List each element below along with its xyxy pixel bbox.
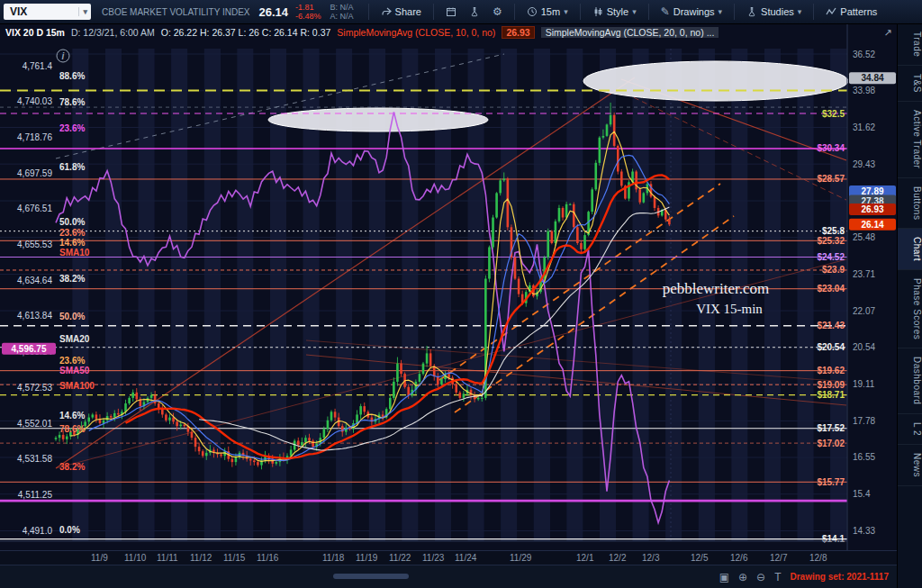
drawings-button[interactable]: ✎ Drawings ▾ — [655, 1, 728, 23]
company-name: CBOE MARKET VOLATILITY INDEX — [102, 7, 250, 17]
axis-tick-label: 31.62 — [853, 122, 875, 132]
level-price-label: $21.43 — [817, 321, 845, 330]
time-scrollbar-thumb[interactable] — [333, 574, 409, 579]
style-button[interactable]: Style ▾ — [586, 1, 643, 23]
sma20-study-label[interactable]: SimpleMovingAvg (CLOSE, 20, 0, no) ... — [541, 27, 719, 38]
level-price-label: $15.77 — [817, 477, 845, 487]
fib-label: 23.6% — [59, 228, 85, 238]
svg-text:27.89: 27.89 — [861, 186, 883, 196]
share-label: Share — [395, 6, 421, 17]
tab-news[interactable]: News — [898, 445, 922, 486]
top-toolbar: VIX ▾ CBOE MARKET VOLATILITY INDEX 26.14… — [0, 0, 922, 24]
tab-dashboard[interactable]: Dashboard — [898, 348, 922, 413]
text-tool-icon[interactable]: T — [774, 571, 781, 583]
axis-tick-label: 22.07 — [853, 306, 875, 316]
sma10-study-value: 26.93 — [502, 26, 534, 39]
patterns-label: Patterns — [840, 6, 877, 17]
pencil-icon: ✎ — [661, 5, 670, 18]
fib-label: 0.0% — [59, 525, 80, 535]
zoom-out-icon[interactable]: ⊖ — [756, 571, 765, 583]
candle-style-icon — [592, 6, 603, 17]
date-axis-label: 11/16 — [257, 553, 278, 563]
date-axis-label: 12/2 — [609, 553, 626, 563]
maximize-chart-icon[interactable]: ↗ — [883, 27, 891, 38]
drawings-label: Drawings — [673, 6, 715, 17]
tab-time-and-sales[interactable]: T&S — [898, 66, 922, 102]
spx-axis-label: 4,634.64 — [17, 276, 52, 285]
date-axis-label: 11/15 — [223, 553, 245, 563]
level-price-label: $24.52 — [817, 252, 845, 262]
symbol-input[interactable]: VIX ▾ — [4, 4, 91, 20]
analysis-button[interactable] — [463, 1, 486, 23]
fib-label: 23.6% — [59, 356, 85, 366]
tab-level2[interactable]: L 2 — [898, 414, 922, 445]
toolbar-separator — [580, 4, 581, 20]
level-price-label: $28.57 — [817, 174, 845, 184]
svg-text:34.84: 34.84 — [861, 73, 883, 83]
fib-label: SMA100 — [59, 381, 95, 391]
level-price-label: $17.52 — [817, 423, 845, 433]
tab-phase-scores[interactable]: Phase Scores — [898, 270, 922, 348]
date-axis-label: 12/6 — [730, 553, 747, 563]
share-icon — [381, 6, 392, 17]
toolbar-separator — [514, 4, 515, 20]
spx-axis-label: 4,655.53 — [17, 240, 52, 249]
axis-tick-label: 33.98 — [853, 86, 875, 95]
spx-axis-label: 4,676.51 — [17, 204, 52, 213]
level-price-label: $23.9 — [822, 265, 845, 275]
level-price-label: $23.04 — [817, 284, 845, 294]
studies-label: Studies — [761, 6, 794, 17]
spx-axis-label: 4,491.0 — [23, 526, 53, 536]
price-chart-svg[interactable]: $32.5$30.34$28.57$25.8$25.32$24.52$23.9$… — [0, 23, 898, 550]
symbol-value: VIX — [10, 5, 27, 18]
axis-tick-label: 17.78 — [853, 416, 875, 426]
drawings-caret-icon: ▾ — [719, 7, 723, 16]
fib-label: 38.2% — [59, 274, 85, 284]
date-axis-label: 11/10 — [124, 553, 146, 563]
reports-button[interactable] — [439, 1, 463, 23]
svg-text:26.93: 26.93 — [861, 204, 883, 214]
spx-axis-label: 4,761.4 — [23, 61, 53, 71]
spx-axis-label: 4,613.84 — [17, 311, 52, 321]
date-axis-label: 11/9 — [91, 553, 108, 563]
level-price-label: $19.62 — [817, 366, 845, 375]
style-label: Style — [607, 6, 628, 17]
svg-text:26.14: 26.14 — [861, 220, 883, 230]
fib-label: 50.0% — [59, 312, 85, 321]
sma10-study-label[interactable]: SimpleMovingAvg (CLOSE, 10, 0, no) — [337, 27, 495, 38]
axis-tick-label: 20.54 — [853, 342, 875, 352]
settings-button[interactable]: ⚙ — [486, 1, 509, 23]
tab-chart[interactable]: Chart — [898, 229, 922, 270]
fib-label: 50.0% — [59, 217, 85, 227]
patterns-button[interactable]: Patterns — [819, 1, 883, 23]
zoom-in-icon[interactable]: ⊕ — [738, 571, 747, 583]
fib-label: 38.2% — [59, 462, 85, 472]
date-axis-label: 11/24 — [455, 553, 476, 563]
symbol-dropdown-caret-icon[interactable]: ▾ — [78, 7, 87, 16]
studies-button[interactable]: Studies ▾ — [740, 1, 808, 23]
beaker-icon — [746, 6, 757, 17]
fib-label: 78.6% — [59, 97, 85, 107]
drawing-set-label[interactable]: Drawing set: 2021-1117 — [790, 572, 889, 582]
tab-trade[interactable]: Trade — [898, 23, 922, 66]
fib-label: 14.6% — [59, 411, 85, 421]
share-button[interactable]: Share — [375, 1, 428, 23]
tab-buttons[interactable]: Buttons — [898, 178, 922, 229]
chart-bottom-bar: ▣ ⊕ ⊖ T Drawing set: 2021-1117 — [0, 565, 898, 588]
date-axis-label: 11/12 — [190, 553, 212, 563]
style-caret-icon: ▾ — [632, 7, 637, 16]
chart-area[interactable]: $32.5$30.34$28.57$25.8$25.32$24.52$23.9$… — [0, 23, 898, 588]
chart-title: VIX 20 D 15m — [5, 27, 65, 38]
ask-value: A: N/A — [330, 12, 354, 21]
level-price-label: $17.02 — [817, 439, 845, 448]
crosshair-tool-icon[interactable]: ▣ — [719, 571, 729, 583]
toolbar-separator — [648, 4, 649, 20]
date-axis-label: 11/29 — [510, 553, 531, 563]
timeframe-button[interactable]: 15m ▾ — [520, 1, 574, 23]
fib-label: 23.6% — [59, 123, 85, 133]
timeframe-label: 15m — [541, 6, 560, 17]
tab-active-trader[interactable]: Active Trader — [898, 102, 922, 177]
fib-label: 14.6% — [59, 238, 85, 248]
fib-label: 78.6% — [59, 424, 85, 434]
bar-datetime: D: 12/3/21, 6:00 AM — [71, 27, 155, 38]
